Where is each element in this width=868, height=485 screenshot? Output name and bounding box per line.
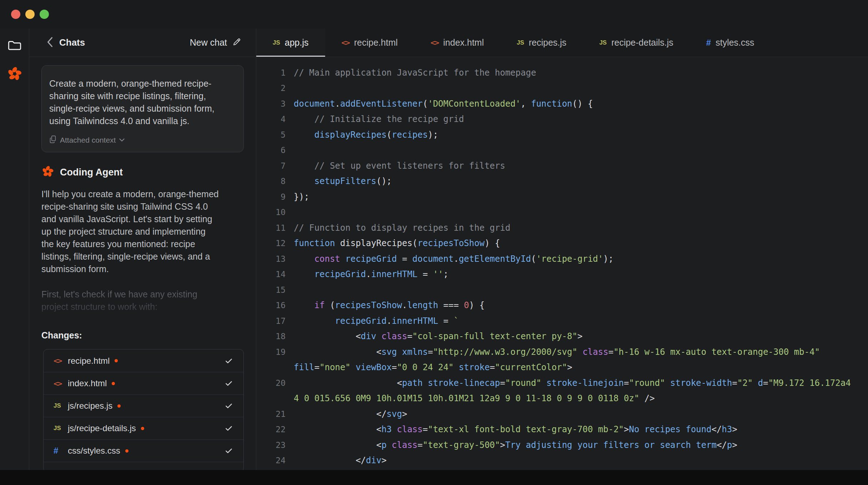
changed-file-row[interactable]: <>index.html xyxy=(44,372,243,394)
line-number: 4 xyxy=(256,114,286,124)
keep-change-check-icon[interactable] xyxy=(224,446,233,455)
code-line: 23 <p class="text-gray-500">Try adjustin… xyxy=(256,437,868,453)
code-line: 18 <div class="col-span-full text-center… xyxy=(256,329,868,344)
code-text: // Set up event listeners for filters xyxy=(294,161,505,171)
chevron-left-icon xyxy=(46,37,54,49)
code-text: fill="none" viewBox="0 0 24 24" stroke="… xyxy=(294,362,572,372)
changes-heading: Changes: xyxy=(41,330,244,341)
maximize-window-button[interactable] xyxy=(40,10,49,19)
code-line: 2 xyxy=(256,81,868,96)
copy-pages-icon xyxy=(49,135,57,145)
css-file-icon: # xyxy=(54,446,58,456)
keep-change-check-icon[interactable] xyxy=(224,401,233,410)
code-text: displayRecipes(recipes); xyxy=(294,130,438,140)
modified-dot xyxy=(141,427,144,430)
attached-context-toggle[interactable]: Attached context xyxy=(49,135,234,145)
line-number: 18 xyxy=(256,332,286,341)
modified-dot xyxy=(115,359,118,362)
chat-scroll-area[interactable]: Create a modern, orange-themed recipe- s… xyxy=(29,57,256,470)
back-to-chats-button[interactable]: Chats xyxy=(46,37,85,49)
code-line: 8 setupFilters(); xyxy=(256,174,868,189)
line-number: 16 xyxy=(256,301,286,310)
code-text: 4 0 015.656 0M9 10h.01M15 10h.01M21 12a9… xyxy=(294,393,655,403)
modified-dot xyxy=(117,404,121,408)
agent-flower-icon xyxy=(7,66,22,83)
agent-header: Coding Agent xyxy=(41,165,244,179)
line-number: 2 xyxy=(256,83,286,93)
tab-label: recipes.js xyxy=(529,37,567,48)
code-line: 4 0 015.656 0M9 10h.01M15 10h.01M21 12a9… xyxy=(256,391,868,407)
line-number: 19 xyxy=(256,347,286,357)
new-chat-button[interactable]: New chat xyxy=(190,37,242,48)
changed-file-row[interactable]: JSjs/recipes.js xyxy=(44,394,243,417)
tab-recipe.html[interactable]: <>recipe.html xyxy=(325,29,414,57)
project-files-button[interactable] xyxy=(7,38,22,53)
code-text: // Initialize the recipe grid xyxy=(294,114,464,124)
chat-panel-header: Chats New chat xyxy=(29,29,256,57)
line-number: 23 xyxy=(256,440,286,450)
changed-file-row[interactable]: <>recipe.html xyxy=(44,349,243,372)
user-message-text: Create a modern, orange-themed recipe- s… xyxy=(49,77,234,127)
code-line: 9}); xyxy=(256,189,868,205)
tab-recipe-details.js[interactable]: JSrecipe-details.js xyxy=(583,29,690,57)
keep-change-check-icon[interactable] xyxy=(224,379,233,388)
code-line: 5 displayRecipes(recipes); xyxy=(256,127,868,143)
changed-file-row[interactable]: #css/styles.css xyxy=(44,439,243,462)
code-text: setupFilters(); xyxy=(294,176,392,186)
line-number: 3 xyxy=(256,99,286,108)
tab-recipes.js[interactable]: JSrecipes.js xyxy=(500,29,583,57)
line-number: 6 xyxy=(256,146,286,155)
code-line: 6 xyxy=(256,143,868,158)
traffic-lights xyxy=(11,10,49,19)
changed-file-name: css/styles.css xyxy=(68,446,120,456)
line-number: 21 xyxy=(256,409,286,419)
tab-index.html[interactable]: <>index.html xyxy=(414,29,500,57)
code-text: document.addEventListener('DOMContentLoa… xyxy=(294,99,593,109)
code-text: const recipeGrid = document.getElementBy… xyxy=(294,254,614,264)
keep-change-check-icon[interactable] xyxy=(224,356,233,366)
tab-label: styles.css xyxy=(716,37,754,48)
agent-name: Coding Agent xyxy=(60,167,123,178)
changed-file-row[interactable]: JSjs/recipe-details.js xyxy=(44,417,243,439)
changed-file-name: js/recipes.js xyxy=(68,401,112,411)
code-text: <p class="text-gray-500">Try adjusting y… xyxy=(294,440,737,450)
html-file-icon: <> xyxy=(54,379,62,388)
attached-context-label: Attached context xyxy=(60,136,116,144)
line-number: 12 xyxy=(256,239,286,248)
agent-flower-icon xyxy=(41,165,54,179)
line-number: 5 xyxy=(256,130,286,139)
line-number: 9 xyxy=(256,192,286,201)
line-number: 22 xyxy=(256,425,286,434)
line-number: 13 xyxy=(256,254,286,264)
code-text: <path stroke-linecap="round" stroke-line… xyxy=(294,378,851,388)
user-message-card: Create a modern, orange-themed recipe- s… xyxy=(41,65,244,152)
keep-change-check-icon[interactable] xyxy=(224,424,233,433)
code-text: // Function to display recipes in the gr… xyxy=(294,223,510,233)
js-file-icon: JS xyxy=(517,39,524,46)
changed-file-row[interactable] xyxy=(44,462,243,470)
folder-icon xyxy=(7,39,22,52)
code-text: }); xyxy=(294,192,309,202)
minimize-window-button[interactable] xyxy=(25,10,35,19)
close-window-button[interactable] xyxy=(11,10,20,19)
js-file-icon: JS xyxy=(273,39,280,46)
code-line: 15 xyxy=(256,282,868,298)
code-line: 10 xyxy=(256,205,868,220)
code-line: 17 recipeGrid.innerHTML = ` xyxy=(256,313,868,329)
tab-styles.css[interactable]: #styles.css xyxy=(690,29,771,57)
tab-app.js[interactable]: JSapp.js xyxy=(256,29,325,57)
code-line: 3document.addEventListener('DOMContentLo… xyxy=(256,96,868,112)
title-bar xyxy=(0,0,868,29)
code-text: function displayRecipes(recipesToShow) { xyxy=(294,238,500,248)
coding-agent-panel-button[interactable] xyxy=(7,67,22,82)
agent-response-text: I'll help you create a modern, orange-th… xyxy=(41,188,244,275)
code-editor[interactable]: 1// Main application JavaScript for the … xyxy=(256,57,868,470)
line-number: 1 xyxy=(256,68,286,77)
code-text: if (recipesToShow.length === 0) { xyxy=(294,300,485,310)
code-line: 1// Main application JavaScript for the … xyxy=(256,65,868,81)
line-number: 17 xyxy=(256,316,286,326)
code-line: 20 <path stroke-linecap="round" stroke-l… xyxy=(256,375,868,391)
code-line: 22 <h3 class="text-xl font-bold text-gra… xyxy=(256,422,868,438)
code-text: <div class="col-span-full text-center py… xyxy=(294,331,582,341)
code-text: </div> xyxy=(294,455,387,465)
